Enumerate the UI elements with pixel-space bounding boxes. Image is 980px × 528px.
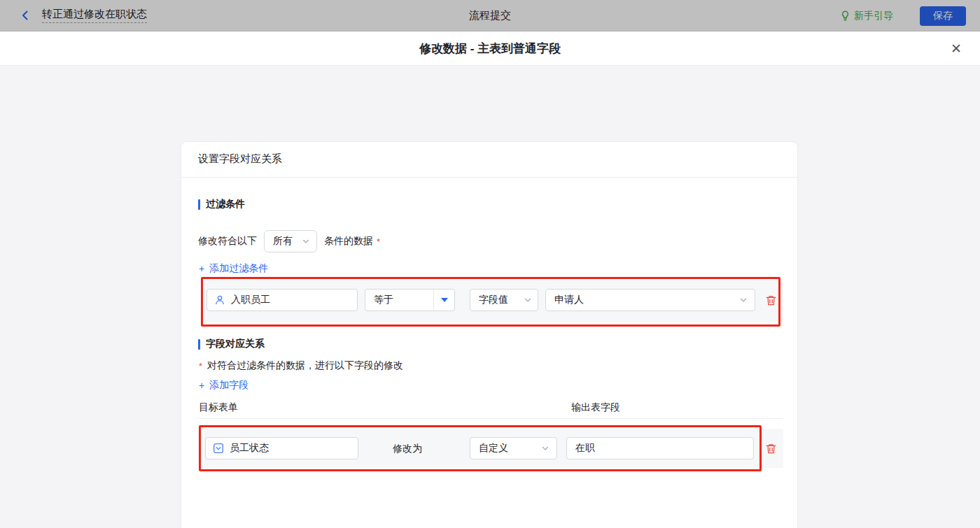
settings-card: 设置字段对应关系 过滤条件 修改符合以下 所有 条件的数据 * + [181,141,798,528]
column-header-target-form: 目标表单 [199,401,238,414]
app-root: 转正通过修改在职状态 流程提交 新手引导 保存 修改数据 - 主表到普通字段 ✕… [0,0,980,528]
modal-title: 修改数据 - 主表到普通字段 [0,31,980,66]
filter-condition-row: 修改符合以下 所有 条件的数据 * [198,230,380,252]
filter-value: 申请人 [554,294,584,306]
add-filter-condition-label: 添加过滤条件 [209,262,268,275]
mapping-value-input[interactable]: 在职 [566,437,754,459]
filter-section-title: 过滤条件 [198,198,245,211]
add-field-link[interactable]: + 添加字段 [199,379,248,392]
condition-prefix-label: 修改符合以下 [198,235,257,248]
filter-value-type-select[interactable]: 字段值 [470,289,538,311]
filter-value-type: 字段值 [479,294,508,306]
filter-value-select[interactable]: 申请人 [545,289,755,311]
modal-dim-overlay [0,0,980,31]
mapping-description-text: 对符合过滤条件的数据，进行以下字段的修改 [207,359,403,372]
divider [198,418,783,419]
delete-mapping-row-button[interactable] [764,441,778,455]
mapping-section-title: 字段对应关系 [198,338,265,350]
plus-icon: + [199,263,204,274]
section-accent-bar [198,199,200,210]
mapping-field-value: 员工状态 [230,442,269,455]
delete-filter-row-button[interactable] [764,293,778,307]
card-title: 设置字段对应关系 [198,152,282,166]
select-field-icon [213,443,224,454]
mapping-value-type-select[interactable]: 自定义 [470,437,557,459]
trash-icon [765,443,777,455]
add-filter-condition-link[interactable]: + 添加过滤条件 [199,262,268,275]
section-accent-bar [198,339,200,350]
required-asterisk: * [377,236,380,247]
chevron-down-icon [541,444,550,452]
modal-header: 修改数据 - 主表到普通字段 ✕ [0,31,980,66]
condition-suffix-label: 条件的数据 [324,235,373,248]
mapping-value-type: 自定义 [479,442,508,455]
filter-operator-value: 等于 [374,294,393,306]
mapping-value: 在职 [575,442,595,455]
divider [181,177,797,178]
modal-body: 设置字段对应关系 过滤条件 修改符合以下 所有 条件的数据 * + [0,66,980,528]
condition-mode-value: 所有 [273,235,293,248]
filter-operator-select[interactable]: 等于 [365,289,455,311]
mapping-field-select[interactable]: 员工状态 [205,437,358,459]
person-icon [214,294,225,306]
caret-down-icon[interactable] [433,290,454,311]
trash-icon [765,294,777,306]
close-icon[interactable]: ✕ [951,31,962,66]
mapping-description: * 对符合过滤条件的数据，进行以下字段的修改 [199,359,403,372]
add-field-label: 添加字段 [209,379,248,392]
chevron-down-icon [302,237,310,245]
modify-to-label: 修改为 [393,437,422,459]
column-header-output-field: 输出表字段 [571,401,620,414]
plus-icon: + [199,380,204,391]
filter-section-label: 过滤条件 [206,198,245,211]
filter-field-value: 入职员工 [231,294,270,306]
filter-field-select[interactable]: 入职员工 [206,289,358,311]
mapping-section-label: 字段对应关系 [206,338,265,350]
chevron-down-icon [739,296,748,304]
required-asterisk: * [199,361,202,371]
chevron-down-icon [524,296,532,304]
condition-mode-select[interactable]: 所有 [264,230,317,252]
